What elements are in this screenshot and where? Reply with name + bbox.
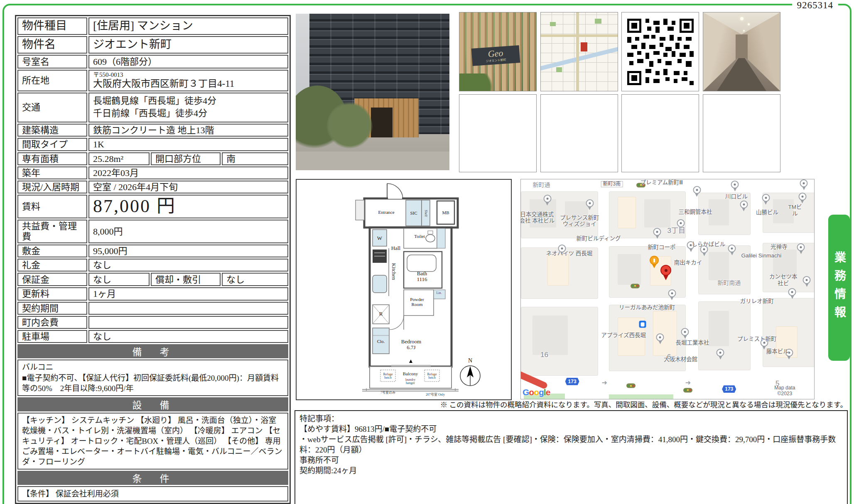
pin-tail: [790, 296, 794, 299]
light-dot: [637, 285, 638, 287]
row-label: 駐車場: [17, 330, 87, 343]
row-value: 609（6階部分）: [88, 55, 288, 69]
address: 大阪府大阪市西区新町３丁目4-11: [93, 78, 234, 89]
map-label: 長堀工業本社: [676, 340, 709, 346]
qr-code-graphic: [627, 19, 694, 85]
note-line: 特記事項：: [299, 413, 843, 424]
map-pin: [762, 194, 770, 205]
section-header-equipment: 設 備: [17, 397, 288, 411]
row-value: 鉄筋コンクリート造 地上13階: [88, 124, 288, 137]
floor-plan-label: Balcony: [403, 372, 418, 377]
row-value: 2022年03月: [88, 166, 288, 179]
map-label: 日本交通株式 会社 本社ビル: [520, 211, 555, 224]
section-body-notes: バルコニ■電子契約不可、【保証人代行】初回保証委託料(最低20,000円)：月額…: [17, 360, 288, 396]
map-label: TMビル: [785, 204, 805, 217]
pin-tail: [702, 253, 706, 256]
section-body-conditions: 【条件】 保証会社利用必須: [17, 486, 288, 502]
light-dot: [634, 285, 636, 287]
note-line: 契約期間:24ヶ月: [299, 465, 843, 476]
map-label: ネオハイツ 西長堀: [546, 250, 592, 257]
map-building: [547, 254, 569, 286]
section-body-equipment: 【キッチン】 システムキッチン 【水廻り】 風呂・洗面台（独立）・浴室乾燥機・バ…: [17, 413, 288, 470]
floor-plan-label: laundry hanger: [405, 378, 415, 385]
map-label: 光禅寺: [771, 244, 788, 250]
pin-head: [797, 243, 805, 251]
google-logo-letter: G: [523, 387, 529, 397]
map-pin: [653, 228, 661, 239]
property-table: 物件種目 [住居用] マンション 物件名 ジオエント新町 号室名 609（6階部…: [15, 15, 291, 504]
row-value: 空室 / 2026年4月下旬: [88, 181, 288, 193]
floor-plan-label: Refuge hatch: [383, 373, 393, 380]
compass-graphic: [459, 364, 482, 387]
map-label: Galilei Sinmachi: [741, 252, 782, 259]
photo-tree: [326, 101, 373, 154]
row-label: 号室名: [17, 55, 87, 69]
map-building: [709, 252, 729, 281]
map-building: [618, 254, 641, 285]
row-value: [住居用] マンション: [88, 17, 288, 35]
row-value: 1K: [88, 138, 288, 151]
light-dot: [687, 389, 689, 391]
floor-plan-label: Powder Room: [410, 297, 424, 307]
light-dot: [630, 385, 632, 387]
row-label: 賃料: [17, 195, 87, 218]
map-pin: [797, 243, 805, 254]
map-label: 新町南通: [717, 279, 741, 286]
row-label: 専有面積: [17, 152, 87, 165]
light-dot: [628, 385, 629, 387]
pin-tail: [730, 252, 734, 255]
map-label: しらかばビル: [692, 241, 725, 248]
pin-tail: [588, 207, 591, 210]
map-pin: [788, 288, 796, 299]
pin-tail: [799, 251, 802, 254]
pin-tail: [655, 235, 659, 239]
row-value: 8,000円: [88, 220, 288, 243]
row-value: 1ヶ月: [88, 287, 288, 300]
property-location-pin: [660, 265, 671, 280]
map-label: プレミスト新町: [737, 336, 777, 343]
map-label: カンセツ本社ビ: [768, 274, 799, 287]
map-building: [709, 311, 729, 346]
transit-line-2: 千日前線「西長堀」徒歩4分: [93, 107, 207, 120]
empty-photo-placeholder: [621, 94, 699, 172]
floor-plan-label: Clo.: [377, 339, 385, 344]
row-value: 95,000円: [88, 245, 288, 257]
special-notes-box: 特記事項：【めやす賃料】96813円/■電子契約不可・webサービス広告掲載 […: [294, 410, 848, 504]
google-logo-letter: e: [546, 387, 550, 397]
paper-map-park: [550, 22, 556, 26]
floor-plan-label: MB: [442, 210, 449, 215]
business-info-side-tab[interactable]: 業務情報: [828, 215, 850, 361]
pin-head: [677, 219, 685, 227]
row-label: 共益費・管理費: [17, 220, 87, 243]
pin-tail: [695, 193, 699, 197]
pin-head: [762, 194, 770, 202]
floor-plan-label: Lin.: [436, 291, 442, 295]
floor-plan-label: W: [377, 235, 382, 241]
map-label: 新町ビルディング: [577, 235, 621, 242]
pin-head: [656, 333, 664, 341]
route-shield: 173: [565, 378, 579, 385]
pin-tail: [733, 188, 736, 191]
building-name-plate: Geo ジオエント新町: [471, 45, 520, 66]
qr-code: [621, 12, 699, 91]
pin-tail: [652, 264, 656, 268]
row-label: 現況/入居時期: [17, 181, 87, 193]
row-label: 建築構造: [17, 124, 87, 137]
map-pin: [740, 201, 748, 211]
paper-map-park: [595, 19, 601, 24]
table-row: 契約期間: [17, 302, 288, 315]
paper-map-park: [556, 67, 562, 72]
map-label: 新町コーポ: [648, 244, 676, 251]
restaurant-pin: [650, 256, 659, 268]
table-row: 更新料 1ヶ月: [17, 287, 288, 300]
pin-head: [650, 256, 659, 265]
row-label-2: 償却・敷引: [151, 273, 221, 286]
map-pin: [728, 245, 736, 255]
map-building: [618, 197, 636, 228]
pin-tail: [742, 208, 746, 211]
map-label: プレサンス新町 ウィズジョイ: [560, 215, 599, 228]
map-label: 川口ビル: [725, 194, 748, 201]
map-label: 山勝ビル: [756, 210, 778, 216]
map-pin: [731, 181, 739, 191]
map-pin: [693, 186, 701, 197]
